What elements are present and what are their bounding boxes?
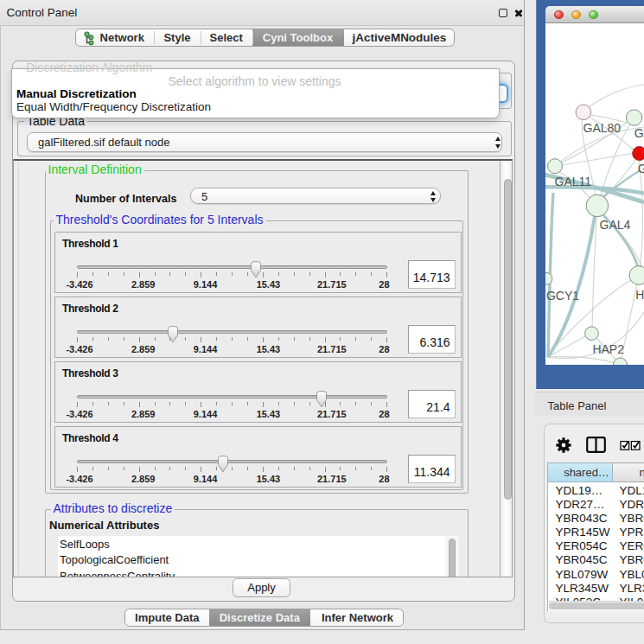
svg-text:GA: GA (634, 126, 644, 140)
svg-text:GAL4: GAL4 (600, 218, 631, 232)
svg-text:HAP2: HAP2 (593, 342, 625, 356)
svg-text:GAL11: GAL11 (555, 174, 592, 188)
svg-text:GCY1: GCY1 (546, 288, 579, 302)
svg-text:H: H (635, 288, 643, 302)
svg-text:GAL80: GAL80 (583, 121, 622, 135)
svg-text:G: G (638, 162, 644, 175)
